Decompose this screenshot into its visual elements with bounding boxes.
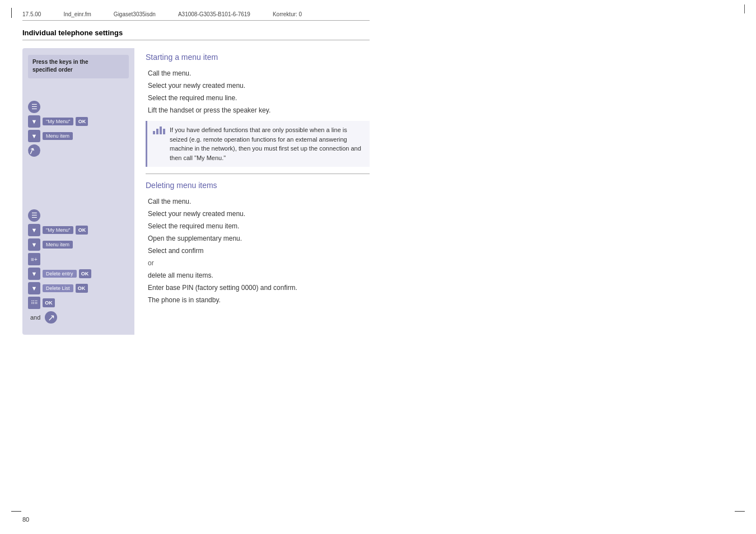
bar-2 xyxy=(156,129,158,134)
table-row: Call the menu. xyxy=(146,67,370,79)
ok-key-2: OK xyxy=(76,226,88,235)
key-row-mymenu-2: ▼ "My Menu" OK xyxy=(28,224,129,236)
key-row-delete-entry: ▼ Delete entry OK xyxy=(28,268,129,280)
ok-key-5: OK xyxy=(43,298,55,307)
key-row-menu-2: ☰ xyxy=(28,209,129,222)
instruction-text: Select your newly created menu. xyxy=(146,79,370,92)
left-sidebar: Press the keys in the specified order ☰ … xyxy=(22,48,134,335)
section1-keys: ☰ ▼ "My Menu" OK ▼ Menu item ↗ xyxy=(28,101,129,157)
note-box-1: If you have defined functions that are o… xyxy=(146,121,370,167)
suppl-key: ≡+ xyxy=(28,253,40,265)
instruction-text: Call the menu. xyxy=(146,67,370,79)
header-korrektur: Korrektur: 0 xyxy=(273,11,302,17)
menu-key-1: ☰ xyxy=(28,101,40,113)
bar-1 xyxy=(153,131,155,134)
label-mymenu-1: "My Menu" xyxy=(43,118,73,125)
key-row-menu-1: ☰ xyxy=(28,101,129,113)
right-content: Starting a menu item Call the menu. Sele… xyxy=(134,48,370,335)
arrow-key-1: ▼ xyxy=(28,115,40,128)
page-title: Individual telephone settings xyxy=(22,29,370,40)
section2-keys: ☰ ▼ "My Menu" OK ▼ Menu item ≡+ xyxy=(28,209,129,324)
handset-key-1: ↗ xyxy=(26,143,42,158)
arrow-key-2: ▼ xyxy=(28,130,40,142)
top-rule-right xyxy=(744,4,745,13)
key-row-and-handset: and ↗ xyxy=(28,311,129,324)
note-text: If you have defined functions that are o… xyxy=(170,125,364,162)
instruction-text: Enter base PIN (factory setting 0000) an… xyxy=(146,282,370,294)
section1-heading: Starting a menu item xyxy=(146,53,370,62)
arrow-key-4: ▼ xyxy=(28,238,40,251)
top-rule-left xyxy=(11,8,12,18)
label-mymenu-2: "My Menu" xyxy=(43,226,73,234)
instruction-text: delete all menu items. xyxy=(146,269,370,282)
instruction-text: Open the supplementary menu. xyxy=(146,232,370,245)
instruction-text: Select your newly created menu. xyxy=(146,208,370,220)
table-row: or xyxy=(146,257,370,269)
label-delete-list: Delete List xyxy=(43,284,73,292)
key-row-suppl: ≡+ xyxy=(28,253,129,265)
key-box-label-1: Press the keys in the xyxy=(32,58,124,66)
key-row-mymenu-1: ▼ "My Menu" OK xyxy=(28,115,129,128)
bar-3 xyxy=(160,127,162,134)
ok-key-3: OK xyxy=(79,269,91,278)
key-row-delete-list: ▼ Delete List OK xyxy=(28,282,129,294)
bar-4 xyxy=(163,129,165,134)
table-row: Open the supplementary menu. xyxy=(146,232,370,245)
table-row: delete all menu items. xyxy=(146,269,370,282)
section-divider xyxy=(146,174,370,174)
table-row: The phone is in standby. xyxy=(146,294,370,306)
and-text: and xyxy=(28,314,43,321)
arrow-key-5: ▼ xyxy=(28,268,40,280)
key-row-menuitem-1: ▼ Menu item xyxy=(28,130,129,142)
table-row: Select the required menu line. xyxy=(146,92,370,104)
header-file: Ind_einr.fm xyxy=(63,11,91,17)
page-number: 80 xyxy=(22,516,29,523)
section2-table: Call the menu. Select your newly created… xyxy=(146,195,370,306)
keypad-key: ⠿⠿ xyxy=(28,297,40,309)
instruction-text: Select the required menu item. xyxy=(146,220,370,232)
table-row: Select and confirm xyxy=(146,245,370,257)
menu-key-2: ☰ xyxy=(28,209,40,222)
key-row-menuitem-2: ▼ Menu item xyxy=(28,238,129,251)
key-row-handset-1: ↗ xyxy=(28,144,129,157)
bottom-rule-right xyxy=(735,511,745,512)
key-box-header: Press the keys in the specified order xyxy=(28,55,129,78)
note-icon xyxy=(153,125,165,162)
instruction-text: Select and confirm xyxy=(146,245,370,257)
note-bars xyxy=(153,127,165,134)
section-spacer xyxy=(28,159,129,209)
main-content: Press the keys in the specified order ☰ … xyxy=(22,48,370,335)
bottom-rule-left xyxy=(11,511,21,512)
key-box-label-2: specified order xyxy=(32,66,124,74)
table-row: Lift the handset or press the speaker ke… xyxy=(146,104,370,116)
ok-key-1: OK xyxy=(76,117,88,126)
table-row: Select your newly created menu. xyxy=(146,208,370,220)
instruction-text: Lift the handset or press the speaker ke… xyxy=(146,104,370,116)
header-line: 17.5.00 Ind_einr.fm Gigaset3035isdn A310… xyxy=(22,11,370,21)
arrow-key-3: ▼ xyxy=(28,224,40,236)
key-row-keypad: ⠿⠿ OK xyxy=(28,297,129,309)
section1-table: Call the menu. Select your newly created… xyxy=(146,67,370,116)
table-row: Call the menu. xyxy=(146,195,370,208)
arrow-key-6: ▼ xyxy=(28,282,40,294)
instruction-text: Select the required menu line. xyxy=(146,92,370,104)
label-delete-entry: Delete entry xyxy=(43,270,77,278)
instruction-text: Call the menu. xyxy=(146,195,370,208)
table-row: Select the required menu item. xyxy=(146,220,370,232)
label-menuitem-2: Menu item xyxy=(43,241,73,249)
section2-heading: Deleting menu items xyxy=(146,181,370,190)
table-row: Enter base PIN (factory setting 0000) an… xyxy=(146,282,370,294)
header-date: 17.5.00 xyxy=(22,11,41,17)
handset-key-2: ↗ xyxy=(45,311,57,324)
ok-key-4: OK xyxy=(76,284,88,293)
header-code: A31008-G3035-B101-6-7619 xyxy=(178,11,250,17)
label-menuitem-1: Menu item xyxy=(43,132,73,140)
table-row: Select your newly created menu. xyxy=(146,79,370,92)
instruction-text: The phone is in standby. xyxy=(146,294,370,306)
header-model: Gigaset3035isdn xyxy=(114,11,156,17)
or-text: or xyxy=(146,257,370,269)
